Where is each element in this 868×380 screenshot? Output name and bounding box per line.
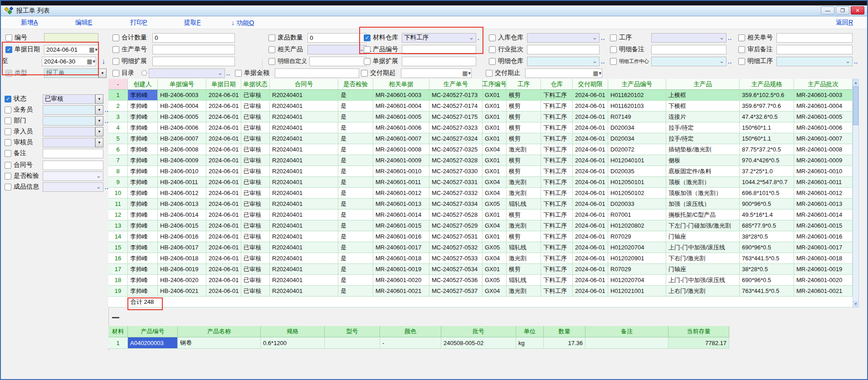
table-cell[interactable]: 2024-06-01: [206, 199, 241, 209]
column-header[interactable]: 主产品编号: [608, 79, 666, 90]
table-cell[interactable]: MR-240601-0013: [373, 199, 429, 209]
table-cell[interactable]: R20240401: [270, 166, 338, 177]
column-header[interactable]: 单据日期: [206, 79, 241, 90]
detail-workcenter-checkbox[interactable]: [610, 58, 617, 65]
detail-row[interactable]: 1A040200003钢卷0.6*1200-240508-005-02kg17.…: [108, 337, 729, 349]
table-cell[interactable]: 2024-06-01: [206, 101, 241, 112]
table-cell[interactable]: 横剪: [507, 133, 541, 144]
table-cell[interactable]: 2024-06-01: [206, 242, 241, 253]
detail-wh-more-button[interactable]: ..: [601, 58, 605, 65]
department-checkbox[interactable]: [5, 117, 11, 124]
table-cell[interactable]: 2024-06-01: [573, 90, 608, 101]
contract-no-checkbox[interactable]: [5, 162, 11, 169]
table-cell[interactable]: 已审核: [241, 90, 270, 101]
table-cell[interactable]: MC-240527-0332: [429, 188, 483, 199]
table-cell[interactable]: MR-240601-0015: [373, 220, 429, 231]
table-cell[interactable]: HB-2406-0010: [158, 166, 206, 177]
table-cell[interactable]: MR-240601-0006: [794, 122, 853, 133]
detail-cell[interactable]: A040200003: [128, 337, 178, 349]
table-cell[interactable]: 李帅峰: [128, 155, 158, 166]
column-header[interactable]: 是否检验: [338, 79, 373, 90]
table-cell[interactable]: 2024-06-01: [573, 101, 608, 112]
table-cell[interactable]: 李帅峰: [128, 242, 158, 253]
column-header[interactable]: 单据状态: [241, 79, 270, 90]
table-cell[interactable]: HB-2406-0020: [158, 275, 206, 286]
table-cell[interactable]: GX04: [483, 144, 507, 155]
table-cell[interactable]: MR-240601-0019: [794, 264, 853, 275]
table-cell[interactable]: R20240401: [270, 286, 338, 297]
table-cell[interactable]: MR-240601-0003: [373, 90, 429, 101]
table-cell[interactable]: 已审核: [241, 101, 270, 112]
table-cell[interactable]: 辊轧线: [507, 199, 541, 209]
table-cell[interactable]: 49.5*16*1.4: [740, 209, 794, 220]
table-cell[interactable]: 下料工序: [541, 90, 573, 101]
table-row[interactable]: 11李帅峰HB-2406-00132024-06-01已审核R20240401是…: [108, 199, 853, 209]
related-product-checkbox[interactable]: [268, 46, 275, 53]
table-cell[interactable]: MR-240601-0018: [794, 253, 853, 264]
table-cell[interactable]: 已审核: [241, 122, 270, 133]
table-cell[interactable]: 10: [108, 188, 128, 199]
table-cell[interactable]: 2024-06-01: [573, 231, 608, 242]
table-cell[interactable]: 5: [108, 133, 128, 144]
detail-column-header[interactable]: 型号: [325, 326, 380, 337]
table-cell[interactable]: 是: [338, 188, 373, 199]
dropdown-button-icon[interactable]: ▼: [95, 138, 103, 147]
detail-cell[interactable]: 7782.17: [668, 337, 729, 349]
inbound-wh-checkbox[interactable]: [489, 34, 496, 41]
table-cell[interactable]: 是: [338, 101, 373, 112]
table-cell[interactable]: MR-240601-0017: [373, 242, 429, 253]
table-row[interactable]: 3李帅峰HB-2406-00052024-06-01已审核R20240401是M…: [108, 112, 853, 122]
column-header[interactable]: 主产品批次: [794, 79, 853, 90]
menu-function[interactable]: ↓ 功能O: [231, 19, 254, 27]
table-cell[interactable]: 已审核: [241, 286, 270, 297]
table-cell[interactable]: HB-2406-0017: [158, 242, 206, 253]
table-cell[interactable]: MR-240601-0020: [373, 275, 429, 286]
table-cell[interactable]: 已审核: [241, 177, 270, 188]
table-cell[interactable]: 2024-06-01: [573, 112, 608, 122]
column-header[interactable]: 仓库: [541, 79, 573, 90]
table-cell[interactable]: 已审核: [241, 242, 270, 253]
table-cell[interactable]: 拉手/待定: [666, 133, 740, 144]
table-cell[interactable]: H012021001: [608, 286, 666, 297]
table-cell[interactable]: 11: [108, 199, 128, 209]
menu-back[interactable]: 返回R: [836, 19, 853, 27]
table-row[interactable]: 17李帅峰HB-2406-00192024-06-01已审核R20240401是…: [108, 264, 853, 275]
table-cell[interactable]: 是: [338, 231, 373, 242]
detail-column-header[interactable]: 产品编号: [128, 326, 178, 337]
table-cell[interactable]: 690*96*0.5: [740, 275, 794, 286]
table-cell[interactable]: R20240401: [270, 231, 338, 242]
table-cell[interactable]: 下料工序: [541, 166, 573, 177]
table-row[interactable]: 10李帅峰HB-2406-00122024-06-01已审核R20240401是…: [108, 188, 853, 199]
table-cell[interactable]: HB-2406-0004: [158, 101, 206, 112]
industry-batch-checkbox[interactable]: [489, 46, 496, 53]
table-cell[interactable]: R07149: [608, 112, 666, 122]
table-cell[interactable]: 上门-门中加强/滚压线: [666, 275, 740, 286]
table-cell[interactable]: GX01: [483, 122, 507, 133]
table-cell[interactable]: 2024-06-01: [206, 286, 241, 297]
table-cell[interactable]: MC-240527-0537: [429, 286, 483, 297]
table-cell[interactable]: 下料工序: [541, 286, 573, 297]
product-info-checkbox[interactable]: [5, 184, 11, 190]
table-cell[interactable]: MR-240601-0017: [794, 242, 853, 253]
table-cell[interactable]: HB-2406-0019: [158, 264, 206, 275]
calendar-icon[interactable]: ▦▾: [593, 69, 601, 77]
table-cell[interactable]: GX05: [483, 242, 507, 253]
table-cell[interactable]: R20240401: [270, 220, 338, 231]
table-cell[interactable]: D020072: [608, 144, 666, 155]
bill-expand-checkbox[interactable]: [364, 58, 371, 65]
table-cell[interactable]: GX04: [483, 188, 507, 199]
table-cell[interactable]: HB-2406-0015: [158, 220, 206, 231]
table-cell[interactable]: HB-2406-0016: [158, 231, 206, 242]
detail-cell[interactable]: kg: [516, 337, 544, 349]
column-header[interactable]: 工序编号: [483, 79, 507, 90]
table-cell[interactable]: GX01: [483, 209, 507, 220]
table-cell[interactable]: 李帅峰: [128, 90, 158, 101]
table-cell[interactable]: GX01: [483, 166, 507, 177]
table-cell[interactable]: 李帅峰: [128, 188, 158, 199]
table-cell[interactable]: MC-240527-0173: [429, 90, 483, 101]
table-cell[interactable]: 下料工序: [541, 231, 573, 242]
table-cell[interactable]: HB-2406-0011: [158, 177, 206, 188]
table-cell[interactable]: GX01: [483, 133, 507, 144]
table-cell[interactable]: 下料工序: [541, 209, 573, 220]
table-cell[interactable]: HB-2406-0021: [158, 286, 206, 297]
